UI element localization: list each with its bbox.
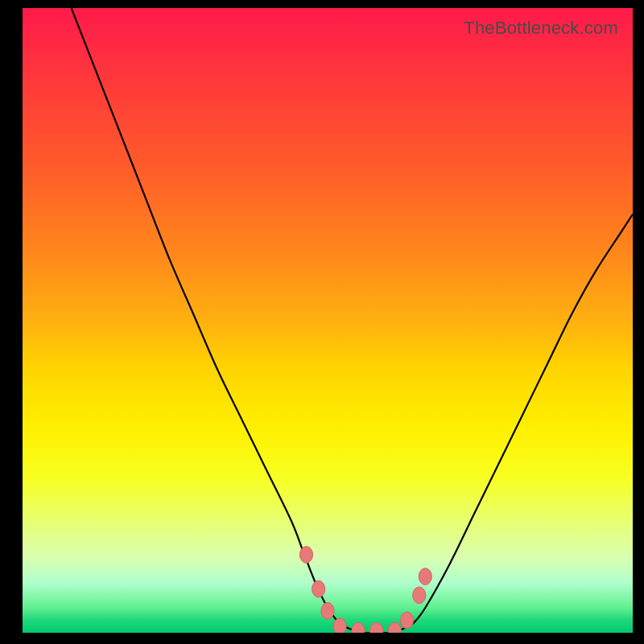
valley-marker bbox=[321, 602, 334, 619]
bottleneck-curve bbox=[72, 8, 633, 633]
plot-area: TheBottleneck.com bbox=[23, 8, 633, 633]
valley-marker bbox=[333, 618, 346, 633]
valley-marker bbox=[370, 622, 383, 633]
valley-marker bbox=[388, 622, 401, 633]
valley-markers-group bbox=[299, 547, 431, 633]
valley-marker bbox=[352, 622, 365, 633]
watermark-text: TheBottleneck.com bbox=[464, 18, 618, 39]
curve-svg bbox=[23, 8, 633, 633]
valley-marker bbox=[400, 612, 413, 629]
valley-marker bbox=[299, 547, 312, 564]
valley-marker bbox=[413, 587, 426, 604]
valley-marker bbox=[312, 580, 325, 597]
chart-frame: TheBottleneck.com bbox=[0, 0, 644, 644]
valley-marker bbox=[419, 568, 431, 585]
